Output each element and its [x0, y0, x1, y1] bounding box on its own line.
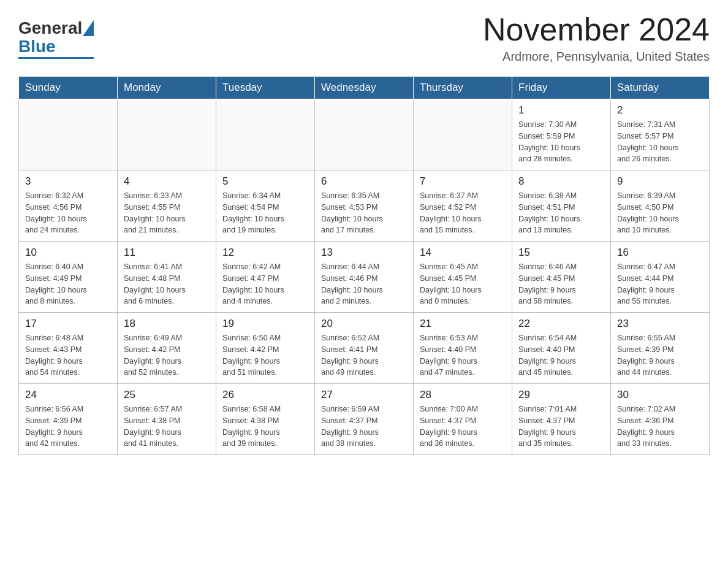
- day-info: Sunrise: 6:52 AM Sunset: 4:41 PM Dayligh…: [321, 332, 407, 378]
- calendar-week-row: 3Sunrise: 6:32 AM Sunset: 4:56 PM Daylig…: [19, 170, 710, 242]
- day-number: 18: [124, 318, 210, 330]
- day-number: 20: [321, 318, 407, 330]
- day-number: 28: [420, 389, 506, 401]
- logo-general-text: General: [18, 18, 82, 38]
- calendar-cell: 24Sunrise: 6:56 AM Sunset: 4:39 PM Dayli…: [19, 384, 118, 455]
- day-number: 14: [420, 247, 506, 259]
- calendar-cell: 6Sunrise: 6:35 AM Sunset: 4:53 PM Daylig…: [315, 170, 414, 242]
- day-info: Sunrise: 6:45 AM Sunset: 4:45 PM Dayligh…: [420, 261, 506, 307]
- day-number: 27: [321, 389, 407, 401]
- day-info: Sunrise: 6:48 AM Sunset: 4:43 PM Dayligh…: [25, 332, 111, 378]
- weekday-header-monday: Monday: [118, 77, 216, 99]
- calendar-cell: 9Sunrise: 6:39 AM Sunset: 4:50 PM Daylig…: [611, 170, 710, 242]
- calendar-cell: 30Sunrise: 7:02 AM Sunset: 4:36 PM Dayli…: [611, 384, 710, 455]
- day-number: 23: [617, 318, 703, 330]
- day-info: Sunrise: 6:50 AM Sunset: 4:42 PM Dayligh…: [222, 332, 308, 378]
- day-info: Sunrise: 6:37 AM Sunset: 4:52 PM Dayligh…: [420, 190, 506, 236]
- day-info: Sunrise: 6:59 AM Sunset: 4:37 PM Dayligh…: [321, 404, 407, 450]
- day-info: Sunrise: 6:32 AM Sunset: 4:56 PM Dayligh…: [25, 190, 111, 236]
- calendar-cell: 4Sunrise: 6:33 AM Sunset: 4:55 PM Daylig…: [118, 170, 216, 242]
- calendar-cell: 25Sunrise: 6:57 AM Sunset: 4:38 PM Dayli…: [118, 384, 216, 455]
- day-number: 9: [617, 175, 703, 188]
- calendar-cell: 11Sunrise: 6:41 AM Sunset: 4:48 PM Dayli…: [118, 242, 216, 313]
- day-number: 7: [420, 175, 506, 188]
- calendar-cell: 20Sunrise: 6:52 AM Sunset: 4:41 PM Dayli…: [315, 313, 414, 384]
- calendar-cell: 27Sunrise: 6:59 AM Sunset: 4:37 PM Dayli…: [315, 384, 414, 455]
- calendar-week-row: 17Sunrise: 6:48 AM Sunset: 4:43 PM Dayli…: [19, 313, 710, 384]
- weekday-header-friday: Friday: [512, 77, 611, 99]
- calendar-cell: [414, 99, 512, 170]
- day-info: Sunrise: 7:02 AM Sunset: 4:36 PM Dayligh…: [617, 404, 703, 450]
- day-number: 17: [25, 318, 111, 330]
- day-number: 4: [124, 175, 210, 188]
- day-info: Sunrise: 6:46 AM Sunset: 4:45 PM Dayligh…: [518, 261, 604, 307]
- calendar-week-row: 1Sunrise: 7:30 AM Sunset: 5:59 PM Daylig…: [19, 99, 710, 170]
- logo: General Blue: [18, 18, 94, 59]
- day-info: Sunrise: 7:00 AM Sunset: 4:37 PM Dayligh…: [420, 404, 506, 450]
- calendar-cell: 22Sunrise: 6:54 AM Sunset: 4:40 PM Dayli…: [512, 313, 611, 384]
- calendar-cell: 8Sunrise: 6:38 AM Sunset: 4:51 PM Daylig…: [512, 170, 611, 242]
- calendar-cell: 14Sunrise: 6:45 AM Sunset: 4:45 PM Dayli…: [414, 242, 512, 313]
- day-number: 5: [222, 175, 308, 188]
- day-info: Sunrise: 7:31 AM Sunset: 5:57 PM Dayligh…: [617, 119, 703, 165]
- calendar-cell: 2Sunrise: 7:31 AM Sunset: 5:57 PM Daylig…: [611, 99, 710, 170]
- day-info: Sunrise: 6:34 AM Sunset: 4:54 PM Dayligh…: [222, 190, 308, 236]
- day-info: Sunrise: 6:33 AM Sunset: 4:55 PM Dayligh…: [124, 190, 210, 236]
- weekday-header-tuesday: Tuesday: [216, 77, 315, 99]
- calendar-cell: 1Sunrise: 7:30 AM Sunset: 5:59 PM Daylig…: [512, 99, 611, 170]
- calendar-cell: 28Sunrise: 7:00 AM Sunset: 4:37 PM Dayli…: [414, 384, 512, 455]
- day-info: Sunrise: 6:47 AM Sunset: 4:44 PM Dayligh…: [617, 261, 703, 307]
- calendar-cell: 21Sunrise: 6:53 AM Sunset: 4:40 PM Dayli…: [414, 313, 512, 384]
- day-number: 22: [518, 318, 604, 330]
- calendar-cell: 5Sunrise: 6:34 AM Sunset: 4:54 PM Daylig…: [216, 170, 315, 242]
- location-subtitle: Ardmore, Pennsylvania, United States: [483, 50, 710, 64]
- calendar-cell: 15Sunrise: 6:46 AM Sunset: 4:45 PM Dayli…: [512, 242, 611, 313]
- day-info: Sunrise: 6:39 AM Sunset: 4:50 PM Dayligh…: [617, 190, 703, 236]
- day-number: 21: [420, 318, 506, 330]
- day-number: 29: [518, 389, 604, 401]
- calendar-cell: 19Sunrise: 6:50 AM Sunset: 4:42 PM Dayli…: [216, 313, 315, 384]
- day-info: Sunrise: 6:54 AM Sunset: 4:40 PM Dayligh…: [518, 332, 604, 378]
- calendar-cell: 17Sunrise: 6:48 AM Sunset: 4:43 PM Dayli…: [19, 313, 118, 384]
- weekday-header-thursday: Thursday: [414, 77, 512, 99]
- calendar-cell: [216, 99, 315, 170]
- logo-underbar: [18, 57, 94, 59]
- day-info: Sunrise: 7:30 AM Sunset: 5:59 PM Dayligh…: [518, 119, 604, 165]
- calendar-cell: 10Sunrise: 6:40 AM Sunset: 4:49 PM Dayli…: [19, 242, 118, 313]
- logo-blue-text: Blue: [18, 37, 56, 56]
- day-number: 1: [518, 104, 604, 117]
- calendar-cell: 29Sunrise: 7:01 AM Sunset: 4:37 PM Dayli…: [512, 384, 611, 455]
- day-number: 16: [617, 247, 703, 259]
- day-number: 8: [518, 175, 604, 188]
- calendar-week-row: 24Sunrise: 6:56 AM Sunset: 4:39 PM Dayli…: [19, 384, 710, 455]
- calendar-cell: 16Sunrise: 6:47 AM Sunset: 4:44 PM Dayli…: [611, 242, 710, 313]
- month-title: November 2024: [483, 12, 710, 47]
- title-area: November 2024 Ardmore, Pennsylvania, Uni…: [483, 12, 710, 64]
- day-info: Sunrise: 6:44 AM Sunset: 4:46 PM Dayligh…: [321, 261, 407, 307]
- weekday-header-saturday: Saturday: [611, 77, 710, 99]
- weekday-header-row: SundayMondayTuesdayWednesdayThursdayFrid…: [19, 77, 710, 99]
- day-number: 25: [124, 389, 210, 401]
- day-number: 15: [518, 247, 604, 259]
- calendar-cell: 23Sunrise: 6:55 AM Sunset: 4:39 PM Dayli…: [611, 313, 710, 384]
- logo-chevron-icon: [83, 20, 94, 36]
- day-number: 13: [321, 247, 407, 259]
- day-info: Sunrise: 6:35 AM Sunset: 4:53 PM Dayligh…: [321, 190, 407, 236]
- calendar-cell: 26Sunrise: 6:58 AM Sunset: 4:38 PM Dayli…: [216, 384, 315, 455]
- day-info: Sunrise: 6:40 AM Sunset: 4:49 PM Dayligh…: [25, 261, 111, 307]
- day-number: 6: [321, 175, 407, 188]
- day-info: Sunrise: 6:42 AM Sunset: 4:47 PM Dayligh…: [222, 261, 308, 307]
- day-info: Sunrise: 6:41 AM Sunset: 4:48 PM Dayligh…: [124, 261, 210, 307]
- calendar-cell: 18Sunrise: 6:49 AM Sunset: 4:42 PM Dayli…: [118, 313, 216, 384]
- day-info: Sunrise: 6:38 AM Sunset: 4:51 PM Dayligh…: [518, 190, 604, 236]
- day-number: 3: [25, 175, 111, 188]
- day-number: 30: [617, 389, 703, 401]
- calendar-cell: 13Sunrise: 6:44 AM Sunset: 4:46 PM Dayli…: [315, 242, 414, 313]
- day-number: 10: [25, 247, 111, 259]
- day-info: Sunrise: 6:53 AM Sunset: 4:40 PM Dayligh…: [420, 332, 506, 378]
- day-number: 24: [25, 389, 111, 401]
- day-number: 19: [222, 318, 308, 330]
- calendar-cell: [19, 99, 118, 170]
- day-number: 26: [222, 389, 308, 401]
- day-info: Sunrise: 6:56 AM Sunset: 4:39 PM Dayligh…: [25, 404, 111, 450]
